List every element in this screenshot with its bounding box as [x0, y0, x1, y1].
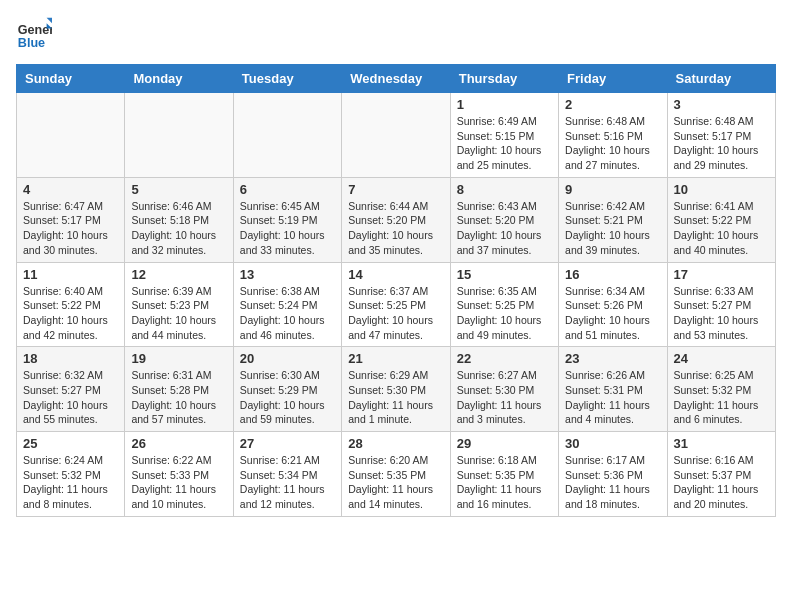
day-number: 28: [348, 436, 443, 451]
day-info: Sunrise: 6:48 AM Sunset: 5:16 PM Dayligh…: [565, 114, 660, 173]
calendar-cell: 5Sunrise: 6:46 AM Sunset: 5:18 PM Daylig…: [125, 177, 233, 262]
calendar-cell: 29Sunrise: 6:18 AM Sunset: 5:35 PM Dayli…: [450, 432, 558, 517]
calendar-cell: [17, 93, 125, 178]
day-info: Sunrise: 6:33 AM Sunset: 5:27 PM Dayligh…: [674, 284, 769, 343]
calendar-cell: 30Sunrise: 6:17 AM Sunset: 5:36 PM Dayli…: [559, 432, 667, 517]
calendar-cell: 10Sunrise: 6:41 AM Sunset: 5:22 PM Dayli…: [667, 177, 775, 262]
day-info: Sunrise: 6:29 AM Sunset: 5:30 PM Dayligh…: [348, 368, 443, 427]
day-number: 31: [674, 436, 769, 451]
day-info: Sunrise: 6:40 AM Sunset: 5:22 PM Dayligh…: [23, 284, 118, 343]
weekday-header-row: SundayMondayTuesdayWednesdayThursdayFrid…: [17, 65, 776, 93]
calendar-cell: 13Sunrise: 6:38 AM Sunset: 5:24 PM Dayli…: [233, 262, 341, 347]
calendar-cell: [125, 93, 233, 178]
weekday-header: Tuesday: [233, 65, 341, 93]
day-info: Sunrise: 6:30 AM Sunset: 5:29 PM Dayligh…: [240, 368, 335, 427]
calendar-cell: 7Sunrise: 6:44 AM Sunset: 5:20 PM Daylig…: [342, 177, 450, 262]
day-number: 26: [131, 436, 226, 451]
day-number: 9: [565, 182, 660, 197]
day-info: Sunrise: 6:26 AM Sunset: 5:31 PM Dayligh…: [565, 368, 660, 427]
day-info: Sunrise: 6:18 AM Sunset: 5:35 PM Dayligh…: [457, 453, 552, 512]
day-number: 14: [348, 267, 443, 282]
day-info: Sunrise: 6:27 AM Sunset: 5:30 PM Dayligh…: [457, 368, 552, 427]
calendar-week-row: 11Sunrise: 6:40 AM Sunset: 5:22 PM Dayli…: [17, 262, 776, 347]
weekday-header: Monday: [125, 65, 233, 93]
day-number: 29: [457, 436, 552, 451]
calendar-cell: 2Sunrise: 6:48 AM Sunset: 5:16 PM Daylig…: [559, 93, 667, 178]
calendar-week-row: 4Sunrise: 6:47 AM Sunset: 5:17 PM Daylig…: [17, 177, 776, 262]
calendar-cell: 16Sunrise: 6:34 AM Sunset: 5:26 PM Dayli…: [559, 262, 667, 347]
day-info: Sunrise: 6:44 AM Sunset: 5:20 PM Dayligh…: [348, 199, 443, 258]
logo-icon: General Blue: [16, 16, 52, 52]
day-info: Sunrise: 6:21 AM Sunset: 5:34 PM Dayligh…: [240, 453, 335, 512]
day-number: 6: [240, 182, 335, 197]
day-number: 5: [131, 182, 226, 197]
day-info: Sunrise: 6:39 AM Sunset: 5:23 PM Dayligh…: [131, 284, 226, 343]
day-info: Sunrise: 6:42 AM Sunset: 5:21 PM Dayligh…: [565, 199, 660, 258]
day-info: Sunrise: 6:41 AM Sunset: 5:22 PM Dayligh…: [674, 199, 769, 258]
svg-text:Blue: Blue: [18, 36, 45, 50]
calendar-cell: 18Sunrise: 6:32 AM Sunset: 5:27 PM Dayli…: [17, 347, 125, 432]
day-info: Sunrise: 6:37 AM Sunset: 5:25 PM Dayligh…: [348, 284, 443, 343]
day-info: Sunrise: 6:34 AM Sunset: 5:26 PM Dayligh…: [565, 284, 660, 343]
day-info: Sunrise: 6:43 AM Sunset: 5:20 PM Dayligh…: [457, 199, 552, 258]
day-number: 8: [457, 182, 552, 197]
calendar-cell: [233, 93, 341, 178]
day-info: Sunrise: 6:24 AM Sunset: 5:32 PM Dayligh…: [23, 453, 118, 512]
calendar-cell: 1Sunrise: 6:49 AM Sunset: 5:15 PM Daylig…: [450, 93, 558, 178]
calendar-cell: 21Sunrise: 6:29 AM Sunset: 5:30 PM Dayli…: [342, 347, 450, 432]
day-info: Sunrise: 6:17 AM Sunset: 5:36 PM Dayligh…: [565, 453, 660, 512]
day-number: 2: [565, 97, 660, 112]
day-number: 21: [348, 351, 443, 366]
calendar-cell: 3Sunrise: 6:48 AM Sunset: 5:17 PM Daylig…: [667, 93, 775, 178]
calendar-table: SundayMondayTuesdayWednesdayThursdayFrid…: [16, 64, 776, 517]
calendar-cell: 12Sunrise: 6:39 AM Sunset: 5:23 PM Dayli…: [125, 262, 233, 347]
day-number: 18: [23, 351, 118, 366]
weekday-header: Sunday: [17, 65, 125, 93]
day-number: 3: [674, 97, 769, 112]
day-info: Sunrise: 6:20 AM Sunset: 5:35 PM Dayligh…: [348, 453, 443, 512]
day-info: Sunrise: 6:48 AM Sunset: 5:17 PM Dayligh…: [674, 114, 769, 173]
day-info: Sunrise: 6:32 AM Sunset: 5:27 PM Dayligh…: [23, 368, 118, 427]
day-number: 22: [457, 351, 552, 366]
calendar-cell: 15Sunrise: 6:35 AM Sunset: 5:25 PM Dayli…: [450, 262, 558, 347]
day-number: 24: [674, 351, 769, 366]
calendar-cell: 11Sunrise: 6:40 AM Sunset: 5:22 PM Dayli…: [17, 262, 125, 347]
day-info: Sunrise: 6:47 AM Sunset: 5:17 PM Dayligh…: [23, 199, 118, 258]
calendar-cell: 14Sunrise: 6:37 AM Sunset: 5:25 PM Dayli…: [342, 262, 450, 347]
calendar-week-row: 25Sunrise: 6:24 AM Sunset: 5:32 PM Dayli…: [17, 432, 776, 517]
calendar-cell: 22Sunrise: 6:27 AM Sunset: 5:30 PM Dayli…: [450, 347, 558, 432]
day-info: Sunrise: 6:16 AM Sunset: 5:37 PM Dayligh…: [674, 453, 769, 512]
day-number: 15: [457, 267, 552, 282]
day-number: 7: [348, 182, 443, 197]
calendar-cell: 20Sunrise: 6:30 AM Sunset: 5:29 PM Dayli…: [233, 347, 341, 432]
day-number: 25: [23, 436, 118, 451]
day-number: 23: [565, 351, 660, 366]
calendar-cell: 25Sunrise: 6:24 AM Sunset: 5:32 PM Dayli…: [17, 432, 125, 517]
weekday-header: Friday: [559, 65, 667, 93]
calendar-cell: 24Sunrise: 6:25 AM Sunset: 5:32 PM Dayli…: [667, 347, 775, 432]
day-info: Sunrise: 6:22 AM Sunset: 5:33 PM Dayligh…: [131, 453, 226, 512]
day-number: 12: [131, 267, 226, 282]
calendar-cell: 26Sunrise: 6:22 AM Sunset: 5:33 PM Dayli…: [125, 432, 233, 517]
day-info: Sunrise: 6:38 AM Sunset: 5:24 PM Dayligh…: [240, 284, 335, 343]
calendar-cell: 8Sunrise: 6:43 AM Sunset: 5:20 PM Daylig…: [450, 177, 558, 262]
day-number: 20: [240, 351, 335, 366]
calendar-cell: 6Sunrise: 6:45 AM Sunset: 5:19 PM Daylig…: [233, 177, 341, 262]
calendar-cell: 27Sunrise: 6:21 AM Sunset: 5:34 PM Dayli…: [233, 432, 341, 517]
day-number: 13: [240, 267, 335, 282]
calendar-cell: 17Sunrise: 6:33 AM Sunset: 5:27 PM Dayli…: [667, 262, 775, 347]
weekday-header: Saturday: [667, 65, 775, 93]
day-number: 10: [674, 182, 769, 197]
calendar-cell: 31Sunrise: 6:16 AM Sunset: 5:37 PM Dayli…: [667, 432, 775, 517]
calendar-cell: 19Sunrise: 6:31 AM Sunset: 5:28 PM Dayli…: [125, 347, 233, 432]
calendar-cell: 4Sunrise: 6:47 AM Sunset: 5:17 PM Daylig…: [17, 177, 125, 262]
day-number: 30: [565, 436, 660, 451]
day-number: 17: [674, 267, 769, 282]
day-info: Sunrise: 6:31 AM Sunset: 5:28 PM Dayligh…: [131, 368, 226, 427]
day-info: Sunrise: 6:35 AM Sunset: 5:25 PM Dayligh…: [457, 284, 552, 343]
day-info: Sunrise: 6:46 AM Sunset: 5:18 PM Dayligh…: [131, 199, 226, 258]
day-number: 11: [23, 267, 118, 282]
day-info: Sunrise: 6:45 AM Sunset: 5:19 PM Dayligh…: [240, 199, 335, 258]
calendar-week-row: 1Sunrise: 6:49 AM Sunset: 5:15 PM Daylig…: [17, 93, 776, 178]
weekday-header: Thursday: [450, 65, 558, 93]
